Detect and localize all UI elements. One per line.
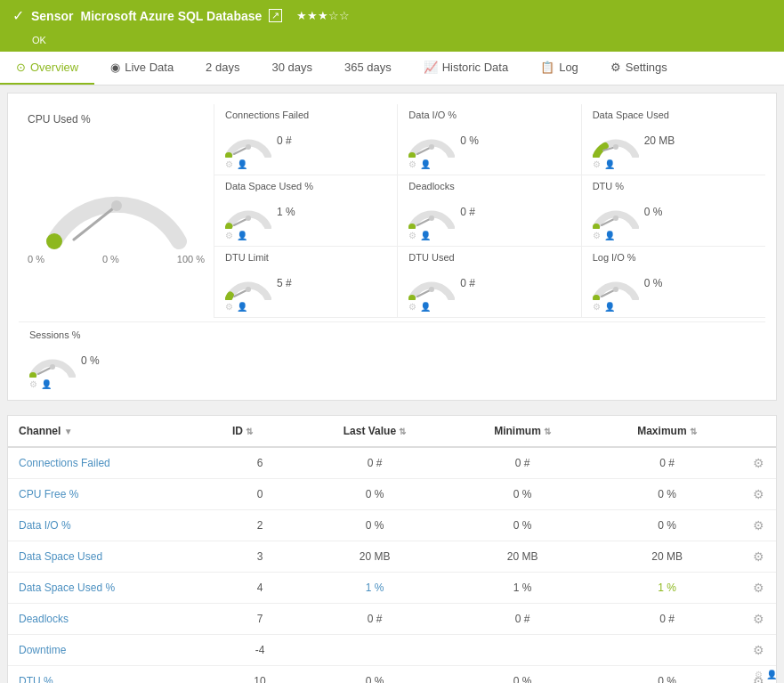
col-channel[interactable]: Channel ▼ (8, 416, 222, 447)
table-row: Deadlocks 7 0 # 0 # 0 # ⚙ (8, 604, 776, 635)
overview-section: CPU Used % 0 % 0 % 100 % ⚙ 👤 (7, 93, 777, 401)
dio-user-icon[interactable]: 👤 (420, 159, 431, 169)
dio-settings-icon[interactable]: ⚙ (408, 159, 416, 169)
cell-last-value-1: 0 % (298, 479, 451, 510)
cell-last-value-7: 0 % (298, 666, 451, 684)
tab-historic[interactable]: 📈 Historic Data (408, 52, 524, 85)
data-space-used-value: 20 MB (644, 134, 675, 147)
cell-channel-3[interactable]: Data Space Used (8, 541, 222, 573)
cell-channel-2[interactable]: Data I/O % (8, 510, 222, 541)
dp-settings-icon[interactable]: ⚙ (593, 231, 601, 240)
row-gear-button[interactable]: ⚙ (753, 487, 764, 501)
col-id[interactable]: ID ⇅ (222, 416, 298, 447)
dtul-settings-icon[interactable]: ⚙ (225, 302, 233, 312)
cpu-settings-icon[interactable]: ⚙ (755, 670, 763, 679)
row-gear-button[interactable]: ⚙ (753, 643, 764, 657)
link-icon[interactable]: ↗ (269, 9, 282, 22)
lio-user-icon[interactable]: 👤 (604, 302, 615, 312)
dp-user-icon[interactable]: 👤 (604, 231, 615, 240)
cell-channel-4[interactable]: Data Space Used % (8, 573, 222, 604)
log-io-gauge: Log I/O % 0 % ⚙ 👤 (582, 247, 765, 317)
cell-minimum-5: 0 # (451, 604, 594, 635)
svg-point-7 (613, 144, 618, 150)
data-space-used-gauge: Data Space Used 20 MB ⚙ 👤 (582, 104, 765, 175)
cell-last-value-0: 0 # (298, 447, 451, 479)
cf-settings-icon[interactable]: ⚙ (225, 159, 233, 169)
tab-365days[interactable]: 365 days (328, 52, 408, 85)
cell-minimum-2: 0 % (451, 510, 594, 541)
data-space-svg (593, 124, 639, 158)
deadlocks-svg (408, 195, 455, 229)
dsp-user-icon[interactable]: 👤 (237, 231, 247, 240)
tab-settings[interactable]: ⚙ Settings (594, 52, 683, 85)
row-gear-button[interactable]: ⚙ (753, 456, 764, 470)
cell-last-value-6 (298, 635, 451, 666)
data-io-gauge: Data I/O % 0 % ⚙ 👤 (398, 104, 581, 175)
cpu-actions: ⚙ 👤 (755, 670, 777, 679)
tab-2days[interactable]: 2 days (190, 52, 255, 85)
dl-user-icon[interactable]: 👤 (420, 231, 431, 240)
dtuu-user-icon[interactable]: 👤 (420, 302, 431, 312)
connections-failed-label: Connections Failed (225, 110, 309, 120)
sessions-user-icon[interactable]: 👤 (41, 379, 52, 389)
row-gear-button[interactable]: ⚙ (753, 581, 764, 595)
cell-actions-3: ⚙ (740, 541, 776, 573)
cpu-user-icon[interactable]: 👤 (766, 670, 777, 679)
channels-table: Channel ▼ ID ⇅ Last Value ⇅ Minimum ⇅ Ma… (8, 416, 776, 683)
row-gear-button[interactable]: ⚙ (753, 549, 764, 564)
cpu-min: 0 % (28, 254, 44, 264)
cell-last-value-3: 20 MB (298, 541, 451, 573)
tab-overview[interactable]: ⊙ Overview (0, 52, 94, 85)
deadlocks-label: Deadlocks (408, 181, 454, 191)
dtu-pct-value: 0 % (644, 206, 663, 218)
data-space-pct-svg (225, 195, 271, 229)
max-sort-icon: ⇅ (690, 427, 697, 436)
cell-channel-0[interactable]: Connections Failed (8, 447, 222, 479)
cell-channel-1[interactable]: CPU Free % (8, 479, 222, 510)
dsu-settings-icon[interactable]: ⚙ (593, 159, 601, 169)
sensor-label: Sensor (31, 9, 73, 23)
svg-point-17 (429, 287, 434, 292)
cell-minimum-4: 1 % (451, 573, 594, 604)
header-title: Microsoft Azure SQL Database (80, 9, 262, 23)
sessions-gauge: Sessions % 0 % ⚙ 👤 (29, 329, 190, 389)
cpu-used-label: CPU Used % (28, 113, 91, 126)
dtuu-settings-icon[interactable]: ⚙ (408, 302, 416, 312)
sessions-settings-icon[interactable]: ⚙ (29, 379, 37, 389)
row-gear-button[interactable]: ⚙ (753, 518, 764, 533)
dtul-user-icon[interactable]: 👤 (237, 302, 247, 312)
lio-settings-icon[interactable]: ⚙ (593, 302, 601, 312)
cell-minimum-6 (451, 635, 594, 666)
dsp-settings-icon[interactable]: ⚙ (225, 231, 233, 240)
cpu-max: 100 % (177, 254, 205, 264)
data-io-label: Data I/O % (408, 110, 457, 120)
dl-settings-icon[interactable]: ⚙ (408, 231, 416, 240)
cell-actions-6: ⚙ (740, 635, 776, 666)
cell-channel-6[interactable]: Downtime (8, 635, 222, 666)
cell-channel-7[interactable]: DTU % (8, 666, 222, 684)
status-badge: OK (32, 35, 46, 45)
tab-log[interactable]: 📋 Log (524, 52, 594, 85)
col-maximum[interactable]: Maximum ⇅ (594, 416, 740, 447)
col-last-value[interactable]: Last Value ⇅ (298, 416, 451, 447)
dtu-used-value: 0 # (460, 277, 475, 289)
log-icon: 📋 (540, 61, 554, 74)
cf-user-icon[interactable]: 👤 (237, 159, 247, 169)
sessions-label: Sessions % (29, 329, 190, 340)
cell-id-2: 2 (222, 510, 298, 541)
row-gear-button[interactable]: ⚙ (753, 612, 764, 626)
dsu-user-icon[interactable]: 👤 (604, 159, 615, 169)
cell-last-value-2: 0 % (298, 510, 451, 541)
cell-maximum-4: 1 % (594, 573, 740, 604)
tab-live-data[interactable]: ◉ Live Data (94, 52, 190, 85)
cell-minimum-0: 0 # (451, 447, 594, 479)
col-actions (740, 416, 776, 447)
tab-30days[interactable]: 30 days (255, 52, 328, 85)
cell-minimum-3: 20 MB (451, 541, 594, 573)
col-minimum[interactable]: Minimum ⇅ (451, 416, 594, 447)
table-row: Data Space Used 3 20 MB 20 MB 20 MB ⚙ (8, 541, 776, 573)
cell-channel-5[interactable]: Deadlocks (8, 604, 222, 635)
data-io-svg (408, 124, 455, 158)
log-io-svg (593, 266, 639, 300)
data-space-pct-label: Data Space Used % (225, 181, 313, 191)
